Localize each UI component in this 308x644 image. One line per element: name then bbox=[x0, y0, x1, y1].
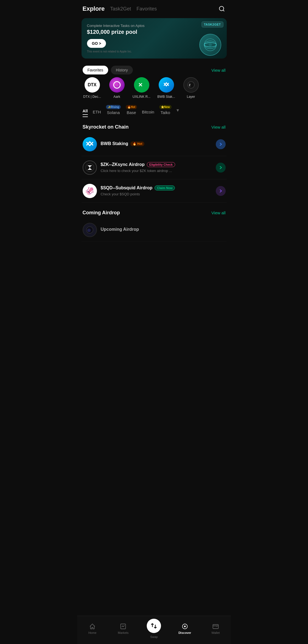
coming-airdrop-list: ◎ Upcoming Airdrop bbox=[77, 218, 231, 242]
chain-tab-solana-badge: ✨Rising bbox=[106, 105, 121, 109]
svg-text:✕: ✕ bbox=[138, 82, 143, 88]
chain-tab-base-label: Base bbox=[127, 110, 136, 115]
chain-tab-eth-label: ETH bbox=[93, 110, 101, 114]
svg-point-7 bbox=[116, 84, 118, 86]
svg-point-0 bbox=[219, 6, 224, 11]
dapp-name-row-bwb: BWB Staking 🔥 Hot bbox=[101, 141, 212, 146]
chain-tabs: All ETH ✨Rising Solana 🔥Hot Base Bitcoin… bbox=[83, 104, 226, 117]
fav-item-bwb[interactable]: BWB Stak... bbox=[157, 77, 176, 99]
coming-airdrop-section: Coming Airdrop View all ◎ Upcoming Airdr… bbox=[77, 206, 231, 269]
fav-label-layer: Layer bbox=[187, 95, 195, 99]
dapp-name-sqd: $SQD--Subsquid Airdrop bbox=[101, 185, 153, 190]
dapp-badge-bwb: 🔥 Hot bbox=[130, 141, 144, 146]
chain-filter-more[interactable]: ▾ bbox=[177, 107, 179, 114]
tab-history[interactable]: History bbox=[111, 66, 133, 74]
promo-banner[interactable]: TASK2GET Complete Interactive Tasks on A… bbox=[82, 18, 227, 59]
chain-tab-solana-label: Solana bbox=[107, 110, 120, 115]
tab-favorites[interactable]: Favorites bbox=[83, 66, 108, 74]
dapp-info-bwb: BWB Staking 🔥 Hot bbox=[101, 141, 212, 147]
favorites-view-all[interactable]: View all bbox=[211, 68, 225, 73]
fav-label-dtx: DTX | Dec... bbox=[83, 95, 101, 99]
coming-airdrop-avatar: ◎ bbox=[83, 223, 97, 237]
fav-label-uxlink: UXLINK R... bbox=[133, 95, 150, 99]
dapp-avatar-sqd: 🦑 bbox=[83, 184, 97, 198]
dapp-name-zk: $ZK--ZKsync Airdrop bbox=[101, 162, 145, 167]
skyrocket-title: Skyrocket on Chain bbox=[83, 124, 129, 130]
chain-tab-solana[interactable]: ✨Rising Solana bbox=[106, 105, 121, 116]
nav-task2get[interactable]: Task2Get bbox=[110, 6, 131, 12]
chain-filter: All ETH ✨Rising Solana 🔥Hot Base Bitcoin… bbox=[77, 104, 231, 117]
fav-avatar-uxlink: ✕ bbox=[134, 77, 149, 93]
chain-tab-taiko-badge: ⭐New bbox=[159, 105, 172, 109]
svg-line-1 bbox=[223, 10, 224, 11]
dapp-name-row-zk: $ZK--ZKsync Airdrop Eligibility Check bbox=[101, 162, 212, 167]
dapp-arrow-bwb bbox=[216, 139, 226, 149]
coming-airdrop-name-row: Upcoming Airdrop bbox=[101, 227, 226, 232]
fav-item-layer[interactable]: ℓ Layer bbox=[181, 77, 201, 99]
dapp-info-zk: $ZK--ZKsync Airdrop Eligibility Check Cl… bbox=[101, 162, 212, 173]
favorites-row: DTX DTX | Dec... Aark ✕ UXLINK R... BWB … bbox=[77, 77, 231, 99]
skyrocket-section: Skyrocket on Chain View all BWB Staking … bbox=[77, 120, 231, 206]
dapp-item-bwb[interactable]: BWB Staking 🔥 Hot bbox=[82, 133, 227, 156]
banner-go-button[interactable]: GO > bbox=[87, 39, 106, 48]
page-title: Explore bbox=[83, 5, 105, 12]
chain-tab-bitcoin-label: Bitcoin bbox=[142, 110, 154, 114]
dapp-desc-sqd: Check your $SQD points bbox=[101, 192, 140, 196]
dapp-item-sqd[interactable]: 🦑 $SQD--Subsquid Airdrop Claim Now Check… bbox=[82, 179, 227, 203]
fav-label-aark: Aark bbox=[113, 95, 120, 99]
coming-airdrop-view-all[interactable]: View all bbox=[211, 210, 225, 215]
coming-airdrop-title: Coming Airdrop bbox=[83, 210, 120, 216]
banner-tag: TASK2GET bbox=[201, 21, 223, 27]
dapp-name-row-sqd: $SQD--Subsquid Airdrop Claim Now bbox=[101, 185, 212, 190]
search-button[interactable] bbox=[218, 5, 226, 13]
chain-tab-all-underline bbox=[83, 114, 88, 115]
dapp-sqd-emoji: 🦑 bbox=[85, 187, 94, 196]
dapp-list: BWB Staking 🔥 Hot $ZK--ZKsync Airdrop El… bbox=[77, 133, 231, 203]
chain-tab-base[interactable]: 🔥Hot Base bbox=[126, 105, 137, 116]
dapp-arrow-sqd bbox=[216, 186, 226, 196]
dapp-arrow-zk bbox=[216, 163, 226, 173]
skyrocket-view-all[interactable]: View all bbox=[211, 125, 225, 129]
chain-tab-all-label: All bbox=[83, 109, 88, 113]
chain-tab-taiko[interactable]: ⭐New Taiko bbox=[159, 105, 172, 116]
dapp-item-zk[interactable]: $ZK--ZKsync Airdrop Eligibility Check Cl… bbox=[82, 156, 227, 179]
chain-tab-bitcoin[interactable]: Bitcoin bbox=[142, 105, 154, 116]
fav-avatar-aark bbox=[109, 77, 125, 93]
header: Explore Task2Get Favorites bbox=[77, 0, 231, 15]
svg-text:◎: ◎ bbox=[87, 228, 91, 232]
banner-logo bbox=[199, 34, 221, 56]
dapp-avatar-zk bbox=[83, 160, 97, 175]
dapp-name-bwb: BWB Staking bbox=[101, 141, 128, 146]
fav-avatar-layer: ℓ bbox=[183, 77, 199, 93]
favorites-section-header: Favorites History View all bbox=[77, 61, 231, 77]
banner-subtitle: Complete Interactive Tasks on Aptos bbox=[87, 24, 221, 28]
fav-item-dtx[interactable]: DTX DTX | Dec... bbox=[83, 77, 102, 99]
banner-icon bbox=[199, 34, 221, 56]
dapp-info-sqd: $SQD--Subsquid Airdrop Claim Now Check y… bbox=[101, 185, 212, 196]
svg-text:ℓ: ℓ bbox=[189, 83, 191, 87]
chain-tab-taiko-label: Taiko bbox=[161, 110, 170, 115]
fav-item-aark[interactable]: Aark bbox=[107, 77, 127, 99]
coming-airdrop-header: Coming Airdrop View all bbox=[77, 206, 231, 218]
chain-tab-all[interactable]: All bbox=[83, 104, 88, 117]
chain-tab-eth[interactable]: ETH bbox=[93, 105, 101, 116]
dapp-avatar-bwb bbox=[83, 137, 97, 151]
dapp-badge-zk: Eligibility Check bbox=[147, 162, 175, 167]
fav-label-bwb: BWB Stak... bbox=[157, 95, 175, 99]
fav-avatar-dtx: DTX bbox=[85, 77, 100, 93]
fav-item-uxlink[interactable]: ✕ UXLINK R... bbox=[132, 77, 151, 99]
coming-airdrop-item-partial[interactable]: ◎ Upcoming Airdrop bbox=[82, 218, 227, 242]
tab-bar: Favorites History bbox=[83, 66, 212, 74]
skyrocket-header: Skyrocket on Chain View all bbox=[77, 120, 231, 133]
nav-favorites[interactable]: Favorites bbox=[136, 6, 157, 12]
fav-avatar-bwb bbox=[159, 77, 174, 93]
dapp-badge-sqd: Claim Now bbox=[155, 185, 175, 190]
coming-airdrop-name: Upcoming Airdrop bbox=[101, 227, 139, 232]
svg-point-5 bbox=[209, 43, 212, 46]
coming-airdrop-info: Upcoming Airdrop bbox=[101, 227, 226, 233]
dapp-desc-zk: Click here to check your $ZK token airdr… bbox=[101, 169, 172, 173]
chain-tab-base-badge: 🔥Hot bbox=[126, 105, 137, 109]
